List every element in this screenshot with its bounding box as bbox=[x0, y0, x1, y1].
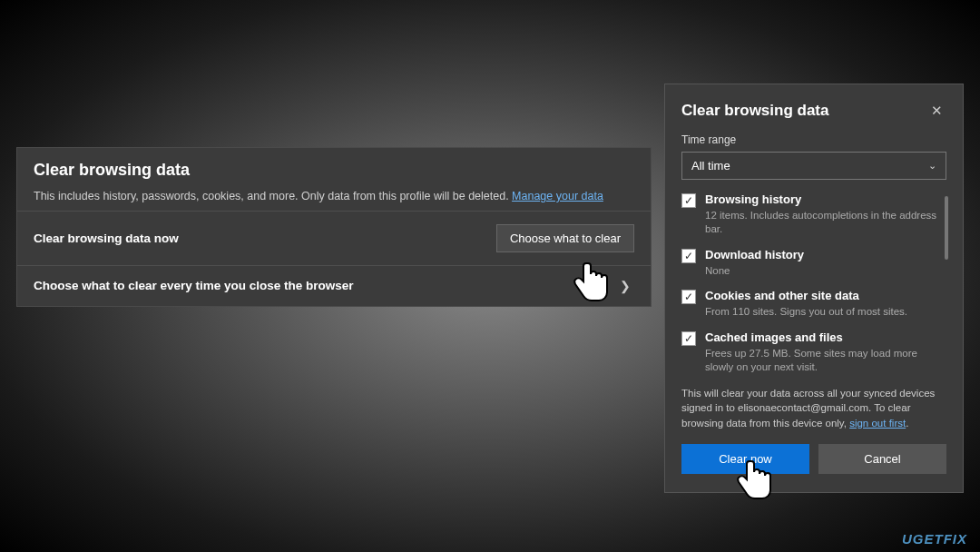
clear-browsing-data-dialog: Clear browsing data ✕ Time range All tim… bbox=[664, 84, 964, 493]
settings-panel-header: Clear browsing data This includes histor… bbox=[17, 148, 651, 211]
checkbox-row-browsing-history: ✓ Browsing history 12 items. Includes au… bbox=[681, 192, 946, 237]
chevron-right-icon: ❯ bbox=[616, 279, 634, 293]
checkbox-cached[interactable]: ✓ bbox=[681, 331, 696, 346]
time-range-select[interactable]: All time ⌄ bbox=[681, 152, 946, 180]
checkbox-row-cached: ✓ Cached images and files Frees up 27.5 … bbox=[681, 330, 946, 375]
settings-panel-clear-browsing-data: Clear browsing data This includes histor… bbox=[16, 147, 652, 307]
item-title: Browsing history bbox=[705, 192, 946, 208]
settings-row-on-close-label: Choose what to clear every time you clos… bbox=[34, 279, 354, 292]
checkbox-cookies[interactable]: ✓ bbox=[681, 290, 696, 304]
clear-now-button[interactable]: Clear now bbox=[681, 444, 809, 474]
item-title: Cached images and files bbox=[705, 330, 946, 346]
item-desc: 12 items. Includes autocompletions in th… bbox=[705, 209, 946, 237]
checkbox-download-history[interactable]: ✓ bbox=[681, 249, 696, 263]
dialog-title: Clear browsing data bbox=[681, 102, 828, 120]
settings-row-on-close[interactable]: Choose what to clear every time you clos… bbox=[17, 265, 651, 306]
item-desc: From 110 sites. Signs you out of most si… bbox=[705, 305, 907, 320]
settings-row-clear-now-label: Clear browsing data now bbox=[34, 232, 179, 245]
item-desc: Frees up 27.5 MB. Some sites may load mo… bbox=[705, 347, 946, 375]
checkbox-row-cookies: ✓ Cookies and other site data From 110 s… bbox=[681, 289, 946, 319]
cancel-button[interactable]: Cancel bbox=[818, 444, 946, 474]
choose-what-to-clear-button[interactable]: Choose what to clear bbox=[496, 224, 634, 252]
manage-your-data-link[interactable]: Manage your data bbox=[512, 190, 603, 202]
checkbox-row-download-history: ✓ Download history None bbox=[681, 248, 946, 278]
sign-out-first-link[interactable]: sign out first bbox=[849, 418, 906, 429]
item-desc: None bbox=[705, 264, 804, 279]
dialog-items: ✓ Browsing history 12 items. Includes au… bbox=[681, 192, 946, 375]
scrollbar[interactable] bbox=[945, 196, 948, 260]
dialog-header: Clear browsing data ✕ bbox=[681, 101, 946, 121]
checkbox-browsing-history[interactable]: ✓ bbox=[681, 193, 696, 208]
settings-subtitle-text: This includes history, passwords, cookie… bbox=[34, 190, 512, 202]
time-range-value: All time bbox=[691, 159, 730, 172]
settings-panel-title: Clear browsing data bbox=[34, 161, 634, 180]
item-title: Download history bbox=[705, 248, 804, 263]
sync-notice: This will clear your data across all you… bbox=[681, 386, 946, 431]
sync-notice-suffix: . bbox=[906, 418, 908, 429]
watermark: UGETFIX bbox=[902, 531, 967, 547]
chevron-down-icon: ⌄ bbox=[928, 160, 936, 172]
close-icon[interactable]: ✕ bbox=[927, 101, 946, 121]
settings-panel-subtitle: This includes history, passwords, cookie… bbox=[34, 189, 634, 205]
settings-row-clear-now: Clear browsing data now Choose what to c… bbox=[17, 211, 651, 265]
time-range-label: Time range bbox=[681, 133, 946, 146]
item-title: Cookies and other site data bbox=[705, 289, 907, 304]
dialog-buttons: Clear now Cancel bbox=[681, 444, 946, 474]
